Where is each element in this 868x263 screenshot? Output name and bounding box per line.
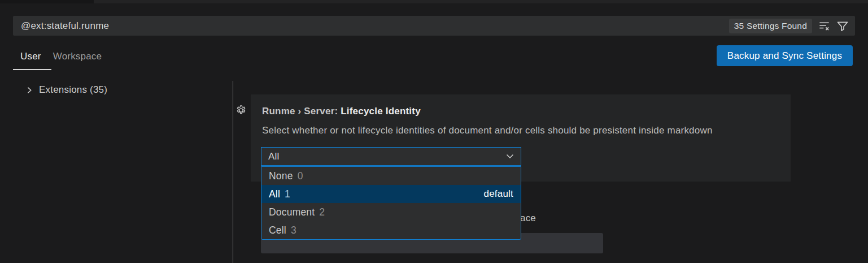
chevron-right-icon <box>25 86 33 94</box>
active-tab-edge <box>0 0 94 3</box>
option-label: Cell <box>269 225 286 236</box>
settings-search-bar[interactable]: 35 Settings Found <box>13 16 855 36</box>
option-label: All <box>269 188 280 200</box>
option-number: 0 <box>298 170 303 182</box>
setting-title: Runme › Server: Lifecycle Identity <box>262 106 421 117</box>
toc-item-extensions[interactable]: Extensions (35) <box>25 84 107 96</box>
setting-name: Lifecycle Identity <box>341 106 421 117</box>
setting-category: Runme › Server: <box>262 106 341 117</box>
option-label: Document <box>269 206 315 218</box>
default-badge: default <box>484 188 513 200</box>
dropdown-option-all[interactable]: All 1 default <box>261 185 521 203</box>
settings-count-badge: 35 Settings Found <box>729 19 812 33</box>
lifecycle-identity-select[interactable]: All <box>261 147 521 166</box>
settings-splitter[interactable] <box>233 81 233 263</box>
dropdown-option-none[interactable]: None 0 <box>261 167 521 185</box>
dropdown-option-document[interactable]: Document 2 <box>261 203 521 221</box>
tab-user[interactable]: User <box>20 51 41 62</box>
setting-description: Select whether or not lifecycle identiti… <box>262 125 713 136</box>
select-value: All <box>268 151 280 162</box>
chevron-down-icon <box>506 154 514 159</box>
search-actions: 35 Settings Found <box>729 19 849 33</box>
active-tab-underline <box>13 69 51 70</box>
tab-workspace[interactable]: Workspace <box>53 51 102 62</box>
filter-icon[interactable] <box>836 19 849 33</box>
lifecycle-identity-dropdown: None 0 All 1 default Document 2 Cell 3 <box>261 166 521 240</box>
settings-scope-tabs: User Workspace <box>20 51 102 62</box>
toc-item-label: Extensions (35) <box>39 84 107 96</box>
settings-search-input[interactable] <box>21 20 729 32</box>
clear-search-results-icon[interactable] <box>817 19 831 33</box>
occluded-setting-text: ace <box>520 213 536 224</box>
gear-icon[interactable] <box>235 105 247 116</box>
dropdown-option-cell[interactable]: Cell 3 <box>261 221 521 239</box>
option-number: 3 <box>291 225 296 236</box>
backup-sync-settings-button[interactable]: Backup and Sync Settings <box>717 45 853 66</box>
option-label: None <box>269 170 293 182</box>
option-number: 2 <box>319 206 325 218</box>
option-number: 1 <box>285 188 290 200</box>
editor-tab-strip <box>0 0 868 3</box>
vscode-settings-editor: 35 Settings Found User Workspace Backup … <box>0 0 868 263</box>
